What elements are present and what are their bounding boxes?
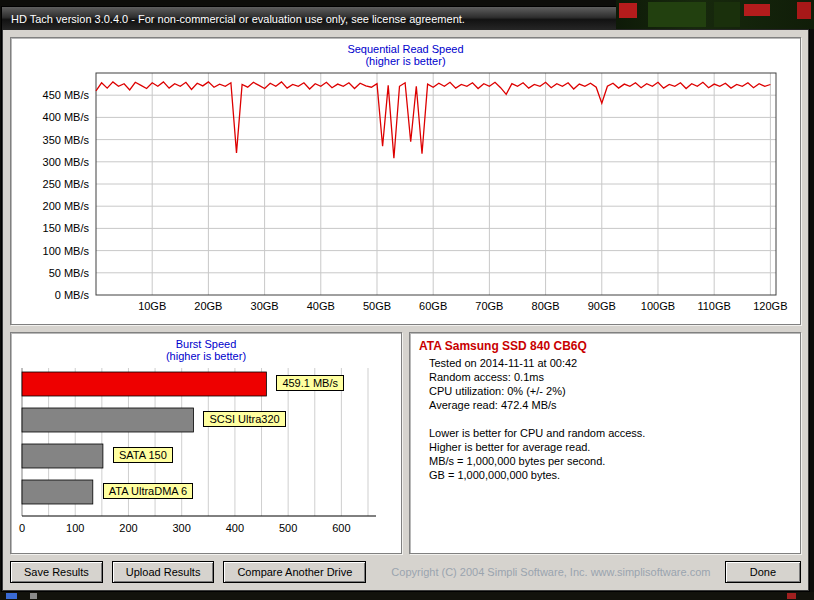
y-tick-label: 250 MB/s xyxy=(42,178,89,190)
wallpaper-fragment xyxy=(648,2,706,27)
x-tick-label: 20GB xyxy=(194,300,222,312)
x-tick-label: 80GB xyxy=(531,300,559,312)
info-line: CPU utilization: 0% (+/- 2%) xyxy=(429,384,791,398)
info-line xyxy=(429,412,791,426)
burst-speed-chart-svg: 0100200300400500600 xyxy=(16,366,396,546)
done-button[interactable]: Done xyxy=(725,561,801,583)
sequential-read-chart: 0 MB/s50 MB/s100 MB/s150 MB/s200 MB/s250… xyxy=(24,69,788,317)
wallpaper-fragment xyxy=(787,593,796,599)
drive-info-lines: Tested on 2014-11-11 at 00:42Random acce… xyxy=(419,356,791,482)
sequential-read-panel: Sequential Read Speed (higher is better)… xyxy=(10,37,801,325)
wallpaper-fragment xyxy=(797,2,811,19)
y-tick-label: 50 MB/s xyxy=(48,267,89,279)
burst-speed-panel: Burst Speed (higher is better) 010020030… xyxy=(10,332,402,554)
x-tick-label: 70GB xyxy=(475,300,503,312)
upload-results-button[interactable]: Upload Results xyxy=(112,561,215,583)
burst-bar xyxy=(22,408,193,432)
sequential-chart-title: Sequential Read Speed xyxy=(11,43,800,55)
x-tick-label: 600 xyxy=(332,522,350,534)
y-tick-label: 450 MB/s xyxy=(42,89,89,101)
wallpaper-fragment xyxy=(619,3,637,18)
info-line: GB = 1,000,000,000 bytes. xyxy=(429,468,791,482)
y-tick-label: 100 MB/s xyxy=(42,245,89,257)
x-tick-label: 120GB xyxy=(753,300,787,312)
burst-chart-subtitle: (higher is better) xyxy=(11,350,401,362)
burst-bar xyxy=(22,480,93,504)
info-line: Average read: 472.4 MB/s xyxy=(429,398,791,412)
wallpaper-fragment xyxy=(744,4,770,16)
y-tick-label: 200 MB/s xyxy=(42,200,89,212)
y-tick-label: 350 MB/s xyxy=(42,134,89,146)
x-tick-label: 50GB xyxy=(362,300,390,312)
drive-name: ATA Samsung SSD 840 CB6Q xyxy=(419,339,791,353)
burst-chart-title: Burst Speed xyxy=(11,338,401,350)
x-tick-label: 500 xyxy=(279,522,297,534)
x-tick-label: 10GB xyxy=(138,300,166,312)
drive-info-panel: ATA Samsung SSD 840 CB6Q Tested on 2014-… xyxy=(409,332,801,554)
x-tick-label: 400 xyxy=(226,522,244,534)
desktop-wallpaper-bottom xyxy=(0,592,814,600)
x-tick-label: 30GB xyxy=(250,300,278,312)
wallpaper-fragment xyxy=(30,593,37,599)
y-tick-label: 150 MB/s xyxy=(42,222,89,234)
window-client-area: Sequential Read Speed (higher is better)… xyxy=(3,30,808,590)
bar-value-label: 459.1 MB/s xyxy=(276,375,344,391)
sequential-chart-subtitle: (higher is better) xyxy=(11,55,800,67)
y-tick-label: 300 MB/s xyxy=(42,156,89,168)
desktop-wallpaper-top xyxy=(616,0,814,29)
copyright-text: Copyright (C) 2004 Simpli Software, Inc.… xyxy=(391,566,710,578)
x-tick-label: 100GB xyxy=(640,300,674,312)
y-tick-label: 400 MB/s xyxy=(42,111,89,123)
y-tick-label: 0 MB/s xyxy=(54,289,89,301)
x-tick-label: 200 xyxy=(119,522,137,534)
info-line: MB/s = 1,000,000 bytes per second. xyxy=(429,454,791,468)
info-line: Higher is better for average read. xyxy=(429,440,791,454)
bar-value-label: ATA UltraDMA 6 xyxy=(103,483,193,499)
x-tick-label: 300 xyxy=(173,522,191,534)
x-tick-label: 100 xyxy=(66,522,84,534)
x-tick-label: 110GB xyxy=(697,300,730,312)
compare-another-drive-button[interactable]: Compare Another Drive xyxy=(223,561,366,583)
hdtach-window: HD Tach version 3.0.4.0 - For non-commer… xyxy=(1,6,810,592)
button-row: Save Results Upload Results Compare Anot… xyxy=(10,561,801,583)
wallpaper-fragment xyxy=(6,593,17,599)
x-tick-label: 40GB xyxy=(306,300,334,312)
burst-bar xyxy=(22,444,103,468)
x-tick-label: 90GB xyxy=(587,300,615,312)
burst-speed-chart: 0100200300400500600 459.1 MB/sSCSI Ultra… xyxy=(16,366,396,546)
burst-bar xyxy=(22,372,266,396)
bar-value-label: SATA 150 xyxy=(113,447,173,463)
wallpaper-fragment xyxy=(714,2,740,27)
info-line: Lower is better for CPU and random acces… xyxy=(429,426,791,440)
info-line: Tested on 2014-11-11 at 00:42 xyxy=(429,356,791,370)
save-results-button[interactable]: Save Results xyxy=(10,561,103,583)
bar-value-label: SCSI Ultra320 xyxy=(203,411,285,427)
window-title: HD Tach version 3.0.4.0 - For non-commer… xyxy=(11,13,465,25)
x-tick-label: 60GB xyxy=(419,300,447,312)
info-line: Random access: 0.1ms xyxy=(429,370,791,384)
x-tick-label: 0 xyxy=(19,522,25,534)
